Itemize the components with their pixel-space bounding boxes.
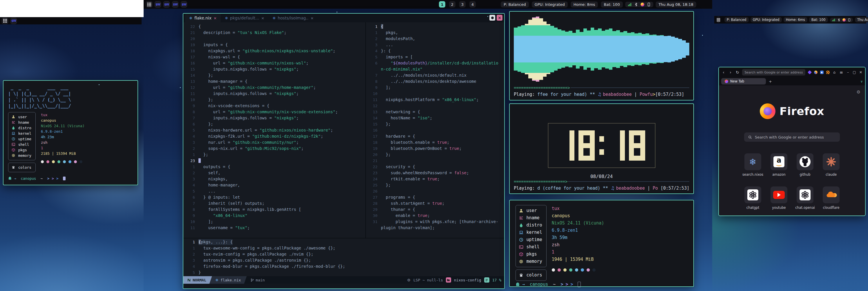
back-button[interactable]: ‹ bbox=[721, 70, 726, 75]
cava-bar bbox=[580, 16, 583, 83]
tab-list-chevron-icon[interactable]: ∨ bbox=[861, 80, 863, 83]
cava-visualizer-panel[interactable]: ======================> Playing: ffee fo… bbox=[509, 11, 694, 100]
extension-icon-tampermonkey[interactable] bbox=[826, 70, 830, 74]
dial-tile[interactable]: a bbox=[771, 153, 787, 170]
editor-tab-pkgs-default-[interactable]: ❄pkgs/default...× bbox=[221, 13, 268, 22]
fetch-value-user: tux bbox=[41, 112, 85, 118]
client-tile[interactable]: $W bbox=[10, 18, 17, 24]
system-tray[interactable] bbox=[830, 18, 853, 22]
fetch-panel[interactable]: user hname distrokerneluptimeshell pkgs … bbox=[509, 200, 694, 287]
fetch-terminal-window[interactable]: _ _ _ ___ ___ | \| |(_)__ __/ _ \/ __| |… bbox=[3, 80, 138, 185]
project-name: nixos-config bbox=[454, 278, 481, 282]
dial-label: github bbox=[800, 173, 811, 177]
datetime-widget[interactable]: Thu Aug 08, 18:39 bbox=[855, 17, 868, 22]
extension-icon-violet[interactable] bbox=[808, 70, 811, 74]
status-widget[interactable]: P: Balanced bbox=[501, 1, 529, 7]
fetch-row-colors: colors bbox=[519, 271, 542, 279]
close-buffer-button[interactable]: × bbox=[497, 15, 502, 21]
close-tab-icon[interactable]: × bbox=[261, 16, 264, 20]
code-pane-flake[interactable]: 22{21 description = "tux's NixOS Flake";… bbox=[183, 22, 365, 238]
dial-tile[interactable] bbox=[797, 186, 813, 203]
dial-tile[interactable] bbox=[823, 153, 840, 170]
status-widget[interactable]: Home: 6ms bbox=[783, 17, 807, 22]
editor-tabbar: ❄flake.nix×❄pkgs/default...×❄hosts/isoIm… bbox=[183, 13, 504, 22]
client-tile-list: $W bbox=[10, 18, 17, 24]
openai-knot-icon bbox=[800, 190, 811, 200]
close-tab-icon[interactable]: × bbox=[310, 16, 314, 20]
clock-digit bbox=[609, 130, 625, 161]
dial-tile[interactable] bbox=[797, 153, 813, 170]
speed-dial-search-nixos[interactable]: ❄search.nixos bbox=[744, 153, 761, 177]
editor-tab-hosts-isoImag-[interactable]: ❄hosts/isoImag..× bbox=[268, 13, 318, 22]
speed-dial-youtube[interactable]: youtube bbox=[771, 186, 787, 210]
new-tab-button[interactable]: + bbox=[769, 79, 772, 84]
status-widget[interactable]: GPU: Integrated bbox=[532, 1, 568, 7]
code-pane-iso[interactable]: 1{1 pkgs,2 modulesPath,3 ...4}: {5 impor… bbox=[366, 22, 504, 238]
status-widget[interactable]: Bat: 100 bbox=[809, 17, 828, 22]
newtab-search-bar[interactable]: Search with Google or enter address bbox=[744, 133, 840, 142]
close-button[interactable]: ✕ bbox=[859, 70, 863, 74]
tab-new-tab[interactable]: New Tab bbox=[721, 78, 766, 85]
minimize-button[interactable]: – bbox=[846, 70, 850, 74]
code-line: 7 inherit (self) outputs; bbox=[183, 200, 365, 206]
dial-tile[interactable] bbox=[771, 186, 787, 203]
code-line: 23 sudo.wheelNeedsPassword = false; bbox=[366, 170, 504, 176]
nix-file-icon: ❄ bbox=[272, 16, 276, 20]
code-line: 27 programs = { bbox=[366, 194, 504, 200]
shell-prompt[interactable]: → canopus ~ >>> bbox=[8, 176, 133, 181]
speed-dial-claude[interactable]: claude bbox=[823, 153, 840, 177]
client-tile[interactable]: $W bbox=[163, 1, 170, 7]
code-line: 16 url = "github:nix-community/nixos-wsl… bbox=[183, 60, 365, 66]
speed-dial-chatgpt[interactable]: chatgpt bbox=[744, 186, 761, 210]
workspace-tag-4[interactable]: 4 bbox=[469, 1, 476, 7]
speed-dial-cloudflare[interactable]: cloudflare bbox=[823, 186, 840, 210]
speed-dial-chat-openai[interactable]: chat.openai bbox=[797, 186, 813, 210]
clock-panel[interactable]: 08/08/24 =====================> Playing:… bbox=[509, 104, 694, 194]
app-launcher-icon[interactable] bbox=[717, 17, 720, 23]
firefox-window[interactable]: ‹ › ↻ Search with Google or enter addres… bbox=[718, 67, 866, 216]
record-toggle-button[interactable] bbox=[489, 15, 495, 21]
shell-prompt[interactable]: → canopus ~ >>> bbox=[516, 281, 687, 288]
cava-bar bbox=[550, 16, 554, 83]
speed-dial-github[interactable]: github bbox=[797, 153, 813, 177]
neovim-window[interactable]: ❄flake.nix×❄pkgs/default...×❄hosts/isoIm… bbox=[183, 13, 505, 289]
star bbox=[180, 87, 181, 88]
reload-button[interactable]: ↻ bbox=[735, 70, 740, 75]
status-widget[interactable]: Bat: 100 bbox=[601, 1, 623, 7]
status-widget[interactable]: Home: 8ms bbox=[571, 1, 598, 7]
code-line: 23 bbox=[183, 158, 365, 164]
fetch-value-kernel: 6.9.8-zen1 bbox=[41, 129, 85, 134]
datetime-widget[interactable]: Thu Aug 08, 18:18 bbox=[656, 1, 696, 7]
status-widget[interactable]: P: Balanced bbox=[724, 17, 749, 22]
search-icon bbox=[748, 135, 752, 139]
forward-button[interactable]: › bbox=[728, 70, 733, 75]
close-tab-icon[interactable]: × bbox=[214, 16, 217, 20]
status-widget[interactable]: GPU: Integrated bbox=[750, 17, 782, 22]
clock-digit bbox=[629, 130, 645, 161]
maximize-button[interactable]: ▢ bbox=[852, 70, 857, 74]
code-pane-pkgs[interactable]: 1{pkgs, ...}: {1 tux-awesome-wm-config =… bbox=[183, 238, 504, 276]
client-tile[interactable]: $W bbox=[155, 1, 161, 7]
speed-dial-amazon[interactable]: aamazon bbox=[771, 153, 787, 177]
dial-tile[interactable] bbox=[823, 186, 840, 203]
dial-tile[interactable]: ❄ bbox=[744, 153, 761, 170]
home-icon[interactable]: ⌂ bbox=[832, 70, 837, 74]
client-tile[interactable]: $W bbox=[172, 1, 178, 7]
app-launcher-icon[interactable] bbox=[2, 18, 8, 24]
editor-tab-flake-nix[interactable]: ❄flake.nix× bbox=[185, 13, 221, 22]
dial-tile[interactable] bbox=[744, 186, 761, 203]
newtab-settings-gear-icon[interactable]: ⚙ bbox=[857, 89, 861, 95]
phone-icon bbox=[848, 18, 851, 22]
fetch-info-box: user hname distrokerneluptimeshell pkgs … bbox=[516, 205, 547, 267]
workspace-tag-1[interactable]: 1 bbox=[439, 1, 445, 7]
extension-icon-orb[interactable] bbox=[814, 70, 817, 74]
workspace-tag-2[interactable]: 2 bbox=[449, 1, 456, 7]
extension-icon-blue[interactable] bbox=[820, 70, 824, 74]
url-bar[interactable]: Search with Google or enter address bbox=[742, 69, 805, 76]
menu-button[interactable]: ≡ bbox=[839, 70, 844, 75]
cava-bar bbox=[675, 16, 679, 83]
workspace-tag-3[interactable]: 3 bbox=[459, 1, 466, 7]
system-tray[interactable] bbox=[625, 2, 653, 7]
client-tile[interactable]: $W bbox=[181, 1, 187, 7]
app-launcher-icon[interactable] bbox=[146, 1, 152, 7]
